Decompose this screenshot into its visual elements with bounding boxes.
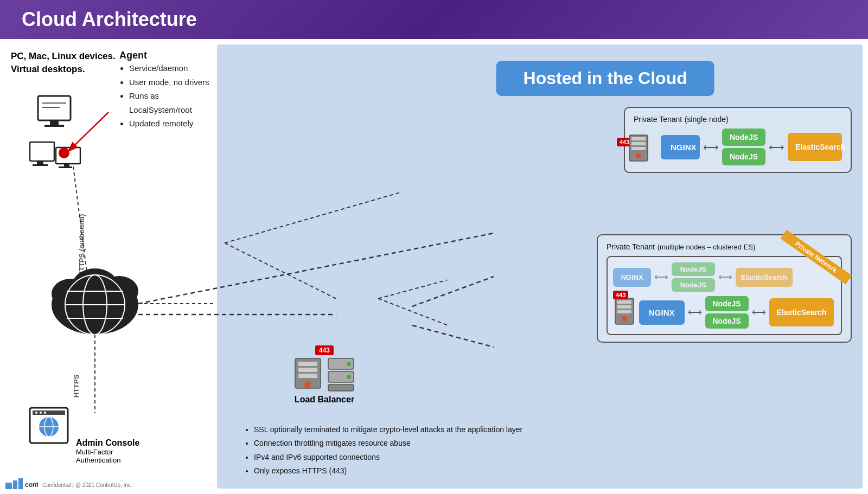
svg-rect-49 — [617, 300, 631, 304]
elastic-box-1: ElasticSearch — [788, 133, 842, 161]
svg-point-52 — [622, 316, 627, 322]
svg-point-16 — [72, 268, 118, 303]
nodejs-box-1b: NodeJS — [722, 148, 765, 165]
svg-line-40 — [225, 243, 336, 298]
svg-rect-51 — [617, 310, 631, 313]
svg-point-14 — [52, 275, 138, 335]
tenant1-nodes: NGINX ⟷ NodeJS NodeJS ⟷ ElasticSearch — [661, 129, 842, 165]
admin-console-title: Admin Console — [76, 438, 139, 448]
admin-console-section: Admin Console Multi-Factor Authenticatio… — [76, 438, 139, 464]
svg-point-18 — [65, 275, 125, 335]
nginx-box-2b: NGINX — [639, 300, 685, 325]
tenant2-top-row: NGINX ⟷ NodeJS NodeJS ⟷ ElasticSearch — [613, 262, 835, 292]
svg-rect-11 — [59, 166, 72, 168]
svg-rect-10 — [64, 164, 69, 166]
page-title: Cloud Architecture — [22, 8, 197, 31]
nodejs-group-2b: NodeJS NodeJS — [705, 296, 749, 329]
svg-rect-55 — [298, 368, 317, 372]
svg-text:HTTPS (outbound): HTTPS (outbound) — [78, 214, 86, 277]
connector-arrow-2: ⟷ — [769, 140, 784, 153]
nginx-box-1: NGINX — [661, 135, 700, 159]
svg-line-12 — [69, 112, 108, 150]
svg-rect-60 — [328, 384, 354, 391]
svg-rect-45 — [631, 142, 646, 145]
svg-rect-27 — [33, 410, 65, 415]
svg-line-42 — [378, 299, 447, 325]
svg-point-61 — [347, 362, 351, 366]
cloud-bullets: SSL optionally terminated to mitigate cr… — [244, 423, 522, 478]
connector-arrow-1: ⟷ — [703, 140, 719, 153]
admin-subtitle1: Multi-Factor — [76, 448, 139, 456]
bullet-4: Only exposes HTTPS (443) — [254, 464, 522, 478]
lb-icon-group — [293, 357, 356, 393]
svg-point-8 — [59, 147, 69, 158]
left-panel: PC, Mac, Linux devices. Virtual desktops… — [0, 39, 217, 494]
svg-rect-36 — [13, 480, 17, 489]
agent-list: Service/daemon User mode, no drivers Run… — [119, 61, 217, 131]
svg-point-15 — [52, 279, 90, 309]
svg-rect-6 — [37, 161, 43, 164]
footer: controlup Confidential | @ 2021 ControlU… — [5, 478, 132, 491]
svg-point-47 — [636, 153, 641, 158]
tenant1-box: Private Tenant (single node) 443 NGINX ⟷ — [624, 107, 852, 173]
svg-point-29 — [40, 412, 42, 414]
logo-icon: controlup — [5, 478, 38, 491]
device-label: PC, Mac, Linux devices. Virtual desktops… — [11, 50, 116, 76]
svg-line-39 — [225, 193, 399, 243]
svg-rect-7 — [33, 164, 48, 166]
svg-point-57 — [304, 381, 311, 388]
svg-point-19 — [83, 275, 107, 335]
lb-label: Load Balancer — [293, 395, 356, 405]
bullets-list: SSL optionally terminated to mitigate cr… — [244, 423, 522, 478]
svg-rect-9 — [56, 147, 80, 164]
svg-rect-44 — [631, 137, 646, 140]
header: Cloud Architecture — [0, 0, 868, 39]
elastic-box-2a: ElasticSearch — [736, 268, 793, 287]
svg-rect-1 — [50, 120, 59, 125]
nodejs-box-2a2: NodeJS — [672, 278, 715, 292]
admin-subtitle2: Authentication — [76, 456, 139, 464]
nodejs-box-1a: NodeJS — [722, 129, 765, 146]
agent-item: Updated remotely — [129, 117, 217, 131]
nodejs-group-2a: NodeJS NodeJS — [672, 262, 715, 292]
main-content: PC, Mac, Linux devices. Virtual desktops… — [0, 39, 868, 494]
hosted-badge: Hosted in the Cloud — [496, 61, 714, 96]
svg-rect-5 — [30, 142, 54, 161]
nodejs-box-2b2: NodeJS — [705, 313, 749, 329]
svg-text:controlup: controlup — [25, 481, 38, 489]
svg-point-62 — [347, 375, 351, 379]
lb-port-badge: 443 — [315, 345, 334, 355]
svg-point-31 — [39, 417, 59, 437]
svg-rect-37 — [18, 478, 23, 489]
elastic-box-2b: ElasticSearch — [769, 298, 834, 326]
nodejs-box-2b1: NodeJS — [705, 296, 749, 311]
svg-point-17 — [100, 276, 138, 306]
bullet-2: Connection throttling mitigates resource… — [254, 437, 522, 450]
svg-rect-2 — [44, 125, 64, 127]
svg-rect-35 — [5, 483, 12, 489]
agent-item: Service/daemon — [129, 61, 217, 75]
lb-firewall-icon — [293, 357, 323, 393]
svg-line-23 — [73, 166, 87, 272]
load-balancer-section: 443 Load Balancer — [293, 345, 356, 405]
footer-text: Confidential | @ 2021 ControlUp, Inc. — [42, 482, 132, 488]
nginx-box-2a: NGINX — [613, 268, 651, 287]
tenant2-inner: NGINX ⟷ NodeJS NodeJS ⟷ ElasticSearch 44… — [607, 256, 842, 335]
svg-line-41 — [378, 280, 447, 298]
nodejs-group-1: NodeJS NodeJS — [722, 129, 765, 165]
firewall-section-2: 443 — [613, 297, 636, 328]
svg-text:HTTPS: HTTPS — [72, 374, 80, 397]
svg-rect-46 — [631, 147, 646, 150]
firewall-icon-1 — [627, 134, 650, 162]
port-443-badge-2: 443 — [613, 291, 628, 299]
bullet-3: IPv4 and IPv6 supported connections — [254, 451, 522, 464]
svg-rect-0 — [38, 96, 71, 120]
svg-point-30 — [44, 412, 46, 414]
svg-point-32 — [44, 417, 53, 437]
lb-server-icon — [326, 357, 356, 393]
tenant2-bottom-row: 443 NGINX ⟷ NodeJS NodeJS — [613, 296, 835, 329]
cloud-panel: Hosted in the Cloud Private Tenant (sing… — [217, 44, 863, 489]
tenant2-box: Private Tenant (multiple nodes – cluster… — [597, 234, 852, 343]
agent-section: Agent Service/daemon User mode, no drive… — [119, 50, 217, 131]
nodejs-box-2a1: NodeJS — [672, 262, 715, 276]
